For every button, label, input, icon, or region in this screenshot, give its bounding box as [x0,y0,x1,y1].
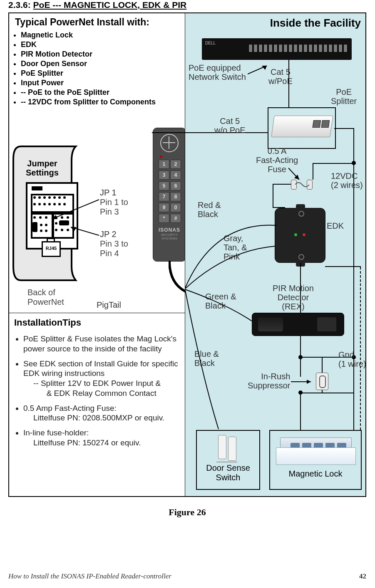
poe-splitter-label: PoE Splitter [331,87,357,106]
network-switch: DELL [202,38,352,60]
install-item: Input Power [21,78,185,88]
page-footer: How to Install the ISONAS IP-Enabled Rea… [8,572,366,581]
tips-heading: InstallationTips [14,317,180,328]
jp1-label: JP 1Pin 1 to Pin 3 [100,188,128,217]
install-item: PoE Splitter [21,69,185,78]
back-of-powernet-label: Back of PowerNet [27,288,64,307]
figure-caption: Figure 26 [8,507,366,518]
reader-target-icon [160,134,179,152]
key: * [159,214,169,223]
svg-marker-3 [71,227,77,231]
install-heading: Typical PowerNet Install with: [9,13,185,29]
cat5-nopoE-label: Cat 5 w/o PoE [214,116,245,135]
ground-wire [360,267,361,430]
jumper-strip [32,186,42,190]
pigtail-fan-icon [169,196,302,437]
diagram-right-panel: Inside the Facility DELL PoE equipped Ne… [185,13,366,496]
door-sense-label: Door Sense Switch [197,463,259,482]
tips-item: See EDK section of Install Guide for spe… [23,356,180,401]
wire [334,128,354,129]
install-item: -- PoE to the PoE Splitter [21,88,185,97]
install-item: EDK [21,40,185,49]
reader-led-icon [160,156,162,158]
key: 9 [159,203,169,212]
fuse-arrow-icon [287,167,303,184]
key: 3 [159,170,169,180]
rj45-jack: RJ45 [42,241,61,257]
wire [313,163,354,164]
switch-ports-icon [248,44,348,52]
diagram-left-panel: Typical PowerNet Install with: Magnetic … [9,13,185,496]
tips-list: PoE Splitter & Fuse isolates the Mag Loc… [14,331,180,450]
tips-subitem: Littelfuse PN: 150274 or equiv. [23,438,180,448]
jumper-settings-block: Jumper Settings [] [17,142,100,279]
key: 5 [159,181,169,190]
installation-tips: InstallationTips PoE Splitter & Fuse iso… [9,313,185,450]
magnetic-lock-label: Magnetic Lock [270,469,361,479]
inside-facility-title: Inside the Facility [270,17,361,30]
jp2-arrow-icon [68,225,106,242]
switch-label: PoE equipped Network Switch [189,63,246,82]
key: 4 [170,170,181,180]
splitter-body-icon [271,116,333,137]
key: 6 [170,181,181,190]
wire [353,393,354,430]
wire [152,132,268,133]
page-number: 42 [359,572,366,581]
wire [325,266,361,267]
install-item: -- 12VDC from Splitter to Components [21,97,185,107]
svg-line-0 [52,200,99,219]
key: 2 [170,160,181,169]
svg-marker-9 [307,380,311,384]
wire [313,163,313,180]
door-sense-icon [211,435,245,462]
tips-subitem: -- Splitter 12V to EDK Power Input & & E… [23,378,180,398]
wire [300,393,354,393]
key: 1 [159,160,169,169]
jp1-arrow-icon [50,198,104,223]
figure-diagram: Typical PowerNet Install with: Magnetic … [8,12,366,497]
edk-label: EDK [327,221,344,230]
magnetic-lock: Magnetic Lock [269,430,362,490]
footer-title: How to Install the ISONAS IP-Enabled Rea… [8,572,171,581]
jumper-title: Jumper Settings [26,159,59,177]
wire [273,184,293,185]
gnd-label: Gnd (1 wire) [338,350,366,368]
tips-item: PoE Splitter & Fuse isolates the Mag Loc… [23,331,180,356]
wire [322,357,323,373]
section-heading: 2.3.6: PoE --- MAGNETIC LOCK, EDK & PIR [8,0,367,12]
switch-brand: DELL [205,41,216,45]
poe-splitter [268,107,336,149]
install-item: Magnetic Lock [21,30,185,40]
tips-item: In-line fuse-holder: Littelfuse PN: 1502… [23,425,180,450]
pigtail-label: PigTail [97,300,121,310]
cat5-poe-label: Cat 5 w/PoE [268,67,293,86]
section-number: 2.3.6: [8,0,33,10]
key: 7 [159,192,169,201]
door-sense-switch: Door Sense Switch [196,430,260,490]
install-item: Door Open Sensor [21,59,185,69]
inrush-suppressor [316,373,328,390]
magnetic-lock-icon [276,435,355,467]
install-list: Magnetic Lock EDK PIR Motion Detector Do… [9,30,185,107]
v12-label: 12VDC (2 wires) [331,171,363,190]
install-item: PIR Motion Detector [21,49,185,59]
svg-marker-1 [52,215,57,219]
tips-item: 0.5 Amp Fast-Acting Fuse: Littelfuse PN:… [23,401,180,426]
tips-subitem: Littelfuse PN: 0208.500MXP or equiv. [23,413,180,423]
section-title: PoE --- MAGNETIC LOCK, EDK & PIR [33,0,187,10]
